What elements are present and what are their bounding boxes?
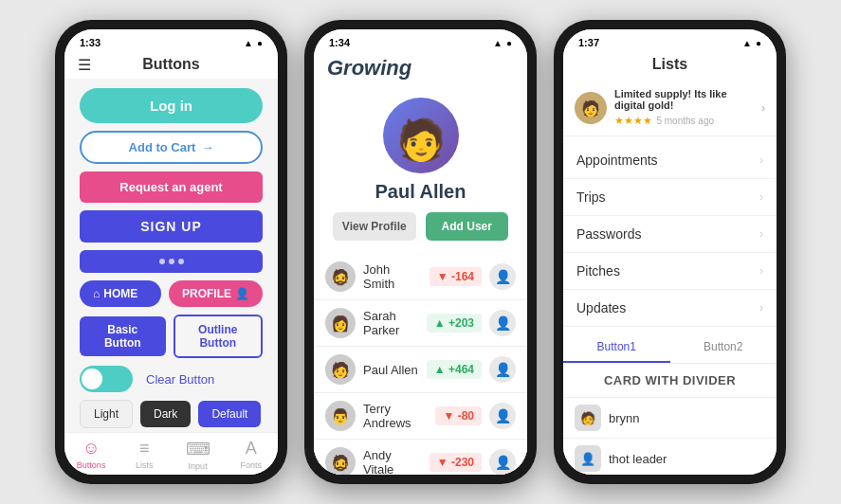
nav-buttons[interactable]: ☺ Buttons (64, 439, 118, 471)
status-bar-2: 1:34 ▲ ● (314, 29, 527, 52)
phone-growing: 1:34 ▲ ● Growing 🧑 Paul Allen View Profi… (304, 20, 537, 484)
list-label-passwords: Passwords (576, 226, 759, 242)
nav-input[interactable]: ⌨ Input (172, 439, 225, 471)
promo-text: Limited supply! Its like digital gold! ★… (614, 88, 754, 128)
card-name-1: thot leader (609, 452, 667, 466)
status-icons-2: ▲ ● (493, 38, 512, 48)
menu-icon[interactable]: ☰ (78, 56, 91, 74)
wifi-icon: ▲ (244, 38, 253, 48)
font-icon: A (246, 439, 257, 459)
card-item-0: 🧑 brynn (563, 398, 777, 439)
user-name-3: Terry Andrews (363, 402, 428, 430)
tab-button1[interactable]: Button1 (563, 333, 670, 363)
phone2-header: Growing (314, 52, 527, 88)
user-row: 👨 Terry Andrews ▼ -80 👤 (314, 393, 527, 440)
input-icon: ⌨ (186, 439, 210, 459)
card-divider-section: CARD WITH DIVIDER 🧑 brynn 👤 thot leader … (563, 364, 777, 475)
light-button[interactable]: Light (80, 400, 133, 428)
buttons-content: Log in Add to Cart → Request an agent SI… (64, 79, 278, 432)
list-label-pitches: Pitches (576, 263, 759, 279)
promo-title: Limited supply! Its like digital gold! (614, 88, 754, 111)
basic-button[interactable]: Basic Button (80, 316, 166, 356)
list-icon: ≡ (139, 439, 150, 459)
chevron-icon-2: › (759, 227, 763, 241)
signal-icon-3: ● (756, 38, 761, 48)
status-time-2: 1:34 (329, 37, 350, 48)
profile-buttons: View Profile Add User (333, 212, 508, 241)
card-item-1: 👤 thot leader (563, 439, 777, 475)
user-row: 🧔 Johh Smith ▼ -164 👤 (314, 254, 527, 300)
user-name-1: Sarah Parker (363, 309, 419, 337)
user-icon: 👤 (235, 287, 249, 300)
signal-icon-2: ● (506, 38, 512, 48)
outline-button[interactable]: Outline Button (174, 315, 264, 358)
chevron-icon-4: › (759, 301, 763, 315)
emoji-icon-active: ☺ (82, 439, 100, 459)
user-row: 🧔 Andy Vitale ▼ -230 👤 (314, 440, 527, 475)
dot-2 (169, 259, 174, 264)
page-title-3: Lists (652, 56, 687, 72)
wifi-icon-3: ▲ (742, 38, 752, 48)
user-score-1: ▲ +203 (427, 314, 482, 333)
status-bar-1: 1:33 ▲ ● (64, 29, 278, 52)
add-to-cart-button[interactable]: Add to Cart → (80, 131, 263, 164)
list-row-updates[interactable]: Updates › (563, 290, 777, 327)
card-avatar-0: 🧑 (575, 405, 601, 431)
list-label-trips: Trips (576, 189, 759, 205)
user-score-4: ▼ -230 (430, 453, 482, 472)
list-row-appointments[interactable]: Appointments › (563, 142, 777, 179)
user-add-0[interactable]: 👤 (489, 263, 516, 290)
profile-name: Paul Allen (375, 181, 466, 203)
chevron-icon-3: › (759, 264, 763, 278)
phone-lists: 1:37 ▲ ● Lists 🧑 Limited supply! Its lik… (554, 20, 786, 484)
promo-banner[interactable]: 🧑 Limited supply! Its like digital gold!… (563, 81, 777, 136)
user-score-0: ▼ -164 (430, 267, 482, 286)
toggle-circle (82, 369, 102, 389)
arrow-icon: → (201, 140, 213, 154)
toggle-clear-row: Clear Button (80, 366, 263, 392)
toggle-button[interactable] (80, 366, 133, 392)
card-divider-title: CARD WITH DIVIDER (563, 364, 777, 398)
phone1-header: ☰ Buttons (64, 52, 278, 79)
user-add-1[interactable]: 👤 (489, 310, 516, 336)
login-button[interactable]: Log in (80, 88, 263, 123)
user-add-3[interactable]: 👤 (489, 403, 516, 429)
user-avatar-2: 🧑 (325, 354, 356, 385)
page-title-1: Buttons (142, 56, 199, 73)
user-add-2[interactable]: 👤 (489, 356, 516, 383)
profile-button[interactable]: PROFILE 👤 (169, 280, 263, 307)
promo-time: 5 months ago (656, 116, 714, 126)
status-icons-1: ▲ ● (244, 38, 263, 48)
nav-lists[interactable]: ≡ Lists (118, 439, 171, 471)
chevron-icon-1: › (759, 190, 763, 204)
dark-button[interactable]: Dark (140, 401, 191, 427)
wifi-icon-2: ▲ (493, 38, 503, 48)
status-bar-3: 1:37 ▲ ● (563, 29, 777, 52)
sign-up-button[interactable]: SIGN UP (80, 210, 263, 243)
profile-section: 🧑 Paul Allen View Profile Add User (314, 88, 527, 254)
phone3-header: Lists (563, 52, 777, 81)
user-name-2: Paul Allen (363, 363, 419, 377)
user-row: 👩 Sarah Parker ▲ +203 👤 (314, 300, 527, 347)
user-score-2: ▲ +464 (427, 360, 482, 379)
status-icons-3: ▲ ● (742, 38, 761, 48)
add-user-button[interactable]: Add User (426, 212, 509, 241)
list-row-passwords[interactable]: Passwords › (563, 216, 777, 253)
user-row: 🧑 Paul Allen ▲ +464 👤 (314, 347, 527, 393)
status-time-1: 1:33 (80, 37, 101, 48)
home-button[interactable]: ⌂ HOME (80, 280, 161, 307)
view-profile-button[interactable]: View Profile (333, 212, 416, 241)
tab-button2[interactable]: Button2 (670, 333, 777, 363)
chevron-icon-0: › (759, 153, 763, 167)
light-dark-default-row: Light Dark Default (80, 400, 263, 428)
default-button[interactable]: Default (198, 401, 261, 427)
nav-fonts[interactable]: A Fonts (225, 439, 278, 471)
user-score-3: ▼ -80 (435, 406, 482, 425)
request-agent-button[interactable]: Request an agent (80, 171, 263, 203)
tab-bar: Button1 Button2 (563, 333, 777, 364)
list-row-pitches[interactable]: Pitches › (563, 253, 777, 290)
user-add-4[interactable]: 👤 (489, 449, 516, 475)
list-label-appointments: Appointments (576, 153, 759, 168)
list-row-trips[interactable]: Trips › (563, 179, 777, 216)
clear-button[interactable]: Clear Button (140, 367, 220, 392)
